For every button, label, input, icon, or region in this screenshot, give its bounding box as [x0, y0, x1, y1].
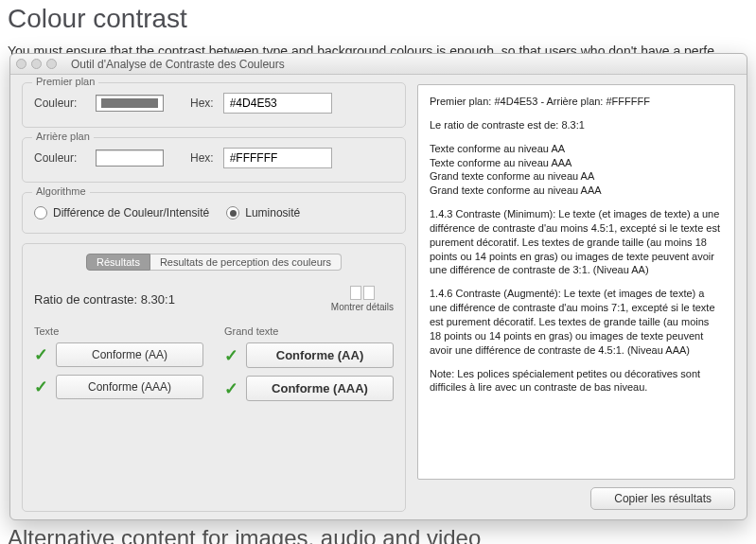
show-details-label: Montrer détails: [331, 302, 394, 312]
background-fieldset: Arrière plan Couleur: Hex:: [22, 137, 406, 183]
text-aaa-badge: Conforme (AAA): [56, 375, 203, 399]
output-para: 1.4.6 Contraste (Augmenté): Le texte (et…: [430, 287, 723, 357]
check-icon: ✓: [34, 344, 48, 365]
foreground-color-label: Couleur:: [34, 97, 86, 110]
algo-option-1: Différence de Couleur/Intensité: [53, 206, 209, 219]
zoom-icon[interactable]: [46, 59, 57, 69]
radio-diff-intensity[interactable]: [34, 206, 47, 219]
foreground-hex-input[interactable]: [223, 93, 332, 114]
foreground-hex-label: Hex:: [190, 97, 214, 110]
output-block: Texte conforme au niveau AA Texte confor…: [430, 142, 723, 198]
background-legend: Arrière plan: [32, 131, 94, 142]
foreground-swatch[interactable]: [96, 95, 164, 112]
bigtext-aaa-badge: Conforme (AAA): [246, 376, 394, 401]
titlebar[interactable]: Outil d'Analyse de Contraste des Couleur…: [10, 54, 747, 75]
text-column: Texte ✓ Conforme (AA) ✓ Conforme (AAA): [34, 325, 203, 409]
contrast-ratio-label: Ratio de contraste: 8.30:1: [34, 292, 175, 307]
app-body: Premier plan Couleur: Hex: Arrière plan …: [10, 75, 747, 519]
text-aa-badge: Conforme (AA): [56, 342, 203, 367]
background-hex-label: Hex:: [190, 151, 214, 165]
check-icon: ✓: [224, 378, 238, 399]
results-tabs: Résultats Resultats de perception des co…: [34, 254, 394, 271]
foreground-fieldset: Premier plan Couleur: Hex:: [22, 82, 406, 128]
contrast-analyzer-window: Outil d'Analyse de Contraste des Couleur…: [9, 53, 747, 520]
output-para: 1.4.3 Contraste (Minimum): Le texte (et …: [430, 207, 723, 277]
close-icon[interactable]: [16, 59, 26, 69]
minimize-icon[interactable]: [31, 59, 42, 69]
output-note: Note: Les polices spécialement petites o…: [430, 367, 723, 395]
bigtext-column-label: Grand texte: [224, 325, 394, 337]
radio-luminosity[interactable]: [226, 206, 239, 219]
copy-results-button[interactable]: Copier les résultats: [590, 487, 735, 510]
show-details-button[interactable]: Montrer détails: [331, 286, 394, 312]
window-title: Outil d'Analyse de Contraste des Couleur…: [71, 58, 285, 71]
foreground-swatch-inner: [101, 98, 158, 108]
algorithm-fieldset: Algorithme Différence de Couleur/Intensi…: [22, 192, 406, 234]
text-column-label: Texte: [34, 325, 203, 337]
algorithm-legend: Algorithme: [32, 185, 90, 197]
algo-option-2: Luminosité: [245, 206, 300, 219]
check-icon: ✓: [34, 377, 48, 397]
left-panel: Premier plan Couleur: Hex: Arrière plan …: [10, 75, 417, 519]
bigtext-column: Grand texte ✓ Conforme (AA) ✓ Conforme (…: [224, 325, 394, 409]
background-hex-input[interactable]: [223, 148, 332, 168]
next-heading: Alternative content for images, audio an…: [8, 525, 481, 544]
pages-icon: [350, 286, 375, 300]
bigtext-aa-badge: Conforme (AA): [246, 342, 394, 368]
results-box: Résultats Resultats de perception des co…: [22, 243, 406, 512]
tab-results[interactable]: Résultats: [86, 254, 150, 271]
right-panel: Premier plan: #4D4E53 - Arrière plan: #F…: [417, 75, 747, 519]
background-swatch-inner: [101, 153, 158, 163]
output-line: Premier plan: #4D4E53 - Arrière plan: #F…: [430, 95, 723, 109]
results-text-output[interactable]: Premier plan: #4D4E53 - Arrière plan: #F…: [417, 84, 735, 480]
page-title: Colour contrast: [8, 4, 748, 34]
tab-perception[interactable]: Resultats de perception des couleurs: [150, 254, 342, 271]
check-icon: ✓: [224, 345, 238, 366]
output-line: Le ratio de contraste est de: 8.3:1: [430, 118, 723, 132]
background-color-label: Couleur:: [34, 151, 86, 165]
background-swatch[interactable]: [96, 149, 164, 167]
foreground-legend: Premier plan: [32, 76, 98, 87]
